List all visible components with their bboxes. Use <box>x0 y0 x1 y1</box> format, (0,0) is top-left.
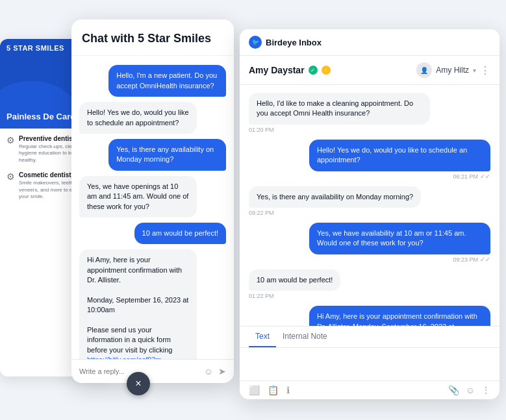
send-icon[interactable]: ➤ <box>218 366 226 377</box>
inbox-panel: 🐦 Birdeye Inbox Amy Daystar ✓ ⚡ 👤 Amy Hi… <box>240 29 500 399</box>
inbox-msg-sent-1: Hello! Yes we do, would you like to sche… <box>309 140 490 180</box>
tab-text[interactable]: Text <box>249 327 276 347</box>
compose-tabs: Text Internal Note <box>240 327 500 348</box>
inbox-messages: Hello, I'd like to make a cleaning appoi… <box>240 85 500 326</box>
emoji-icon[interactable]: ☺ <box>204 366 213 377</box>
inbox-msg-sent-3: Hi Amy, here is your appointment confirm… <box>309 306 490 326</box>
chat-msg-2: Hello! Yes we do, would you like to sche… <box>79 102 197 134</box>
close-chat-button[interactable]: × <box>127 372 150 395</box>
inbox-msg-received-3: 10 am would be perfect! 01:22 PM <box>249 269 340 299</box>
msg-time-5: 01:22 PM <box>249 293 340 299</box>
template-icon[interactable]: 📋 <box>268 385 279 395</box>
chat-title: Chat with 5 Star Smiles <box>82 31 223 46</box>
tab-internal-note[interactable]: Internal Note <box>276 327 334 347</box>
contact-name: Amy Daystar <box>249 65 305 75</box>
inbox-label: Birdeye Inbox <box>266 38 322 47</box>
inbox-bubble-5: 10 am would be perfect! <box>249 269 340 291</box>
chat-widget: Chat with 5 Star Smiles Hello, I'm a new… <box>71 19 234 383</box>
compose-toolbar: ⬜ 📋 ℹ 📎 ☺ ⋮ <box>240 380 500 399</box>
scene: 5 STAR SMILES Painless De Care ⚙ Prevent… <box>0 0 506 420</box>
inbox-msg-received-2: Yes, is there any availability on Monday… <box>249 186 421 216</box>
more-options-icon[interactable]: ⋮ <box>480 64 490 77</box>
chat-msg-3: Yes, is there any availability on Monday… <box>108 139 226 171</box>
compose-area: Text Internal Note ⬜ 📋 ℹ 📎 ☺ ⋮ <box>240 326 500 399</box>
birdeye-logo: 🐦 <box>249 36 262 49</box>
hero-headline: Painless De Care <box>6 112 75 122</box>
chat-header: Chat with 5 Star Smiles <box>71 19 234 56</box>
chat-msg-1: Hello, I'm a new patient. Do you accept … <box>108 65 226 97</box>
msg-time-4: 09:23 PM ✓✓ <box>309 256 490 263</box>
inbox-top-bar: 🐦 Birdeye Inbox <box>240 29 500 56</box>
double-check-icon-1: ✓✓ <box>480 173 490 180</box>
msg-time-2: 06:21 PM ✓✓ <box>309 173 490 180</box>
assignee-name: Amy Hiltz <box>436 66 469 75</box>
chevron-down-icon[interactable]: ▾ <box>473 67 476 74</box>
more-compose-icon[interactable]: ⋮ <box>481 385 490 395</box>
chat-input-area: ☺ ➤ <box>71 359 234 383</box>
inbox-bubble-4: Yes, we have availability at 10 am or 11… <box>309 223 490 254</box>
compose-text-area[interactable] <box>240 348 500 380</box>
inbox-bubble-2: Hello! Yes we do, would you like to sche… <box>309 140 490 171</box>
chat-msg-5: 10 am would be perfect! <box>134 223 226 244</box>
gear-icon-1: ⚙ <box>6 135 15 164</box>
info-icon[interactable]: ℹ <box>286 385 290 395</box>
inbox-msg-sent-2: Yes, we have availability at 10 am or 11… <box>309 223 490 263</box>
chat-msg-4: Yes, we have openings at 10 am and 11:45… <box>79 176 197 217</box>
inbox-msg-received-1: Hello, I'd like to make a cleaning appoi… <box>249 93 430 133</box>
double-check-icon-2: ✓✓ <box>480 256 490 263</box>
msg-time-1: 01:20 PM <box>249 127 430 133</box>
image-icon[interactable]: ⬜ <box>249 385 260 395</box>
inbox-contact-bar: Amy Daystar ✓ ⚡ 👤 Amy Hiltz ▾ ⋮ <box>240 56 500 85</box>
inbox-bubble-6: Hi Amy, here is your appointment confirm… <box>309 306 490 326</box>
emoji-icon-compose[interactable]: ☺ <box>466 385 475 395</box>
gear-icon-2: ⚙ <box>6 171 15 200</box>
chat-messages: Hello, I'm a new patient. Do you accept … <box>71 56 234 359</box>
close-icon: × <box>135 378 141 389</box>
inbox-bubble-1: Hello, I'd like to make a cleaning appoi… <box>249 93 430 125</box>
contact-name-row: Amy Daystar ✓ ⚡ <box>249 65 331 75</box>
inbox-bubble-3: Yes, is there any availability on Monday… <box>249 186 421 208</box>
assignee-row: 👤 Amy Hiltz ▾ ⋮ <box>416 62 490 78</box>
msg-time-3: 09:22 PM <box>249 210 421 216</box>
avatar: 👤 <box>416 62 432 78</box>
chat-msg-6: Hi Amy, here is your appointment confirm… <box>79 249 197 359</box>
attachment-icon[interactable]: 📎 <box>448 385 459 395</box>
verified-badge: ✓ <box>309 66 318 75</box>
contact-badge: ⚡ <box>322 66 331 75</box>
